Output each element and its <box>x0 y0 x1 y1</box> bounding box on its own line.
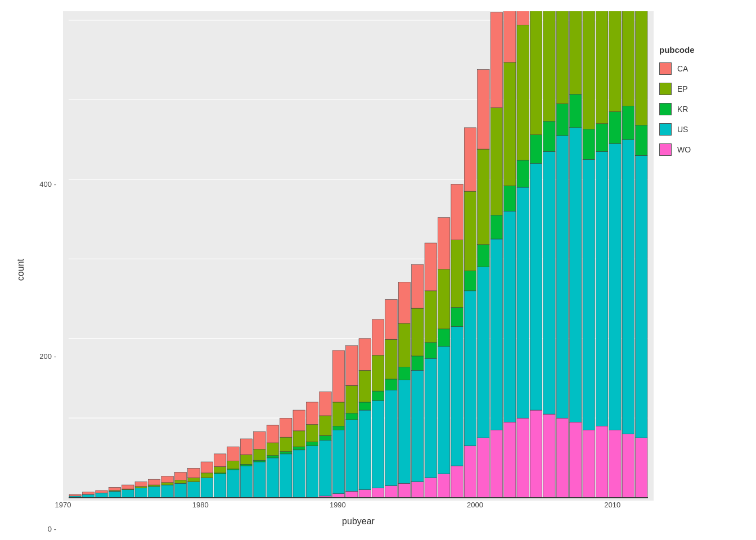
svg-rect-157 <box>543 122 555 152</box>
svg-rect-119 <box>438 218 449 269</box>
svg-rect-38 <box>214 474 226 497</box>
svg-rect-88 <box>359 370 371 402</box>
svg-rect-188 <box>622 11 634 106</box>
svg-rect-30 <box>174 480 186 484</box>
svg-rect-98 <box>385 339 397 379</box>
svg-rect-10 <box>82 494 94 498</box>
y-tick-400: 400 - <box>39 179 60 188</box>
svg-rect-110 <box>425 478 436 497</box>
svg-rect-13 <box>96 490 107 493</box>
svg-rect-51 <box>254 460 266 462</box>
svg-rect-72 <box>320 435 331 440</box>
x-axis-label: pubyear <box>342 516 375 526</box>
svg-rect-171 <box>583 159 595 430</box>
svg-rect-35 <box>201 478 213 497</box>
svg-rect-44 <box>227 461 239 469</box>
legend-swatch-ca <box>659 62 672 75</box>
bar-chart <box>63 11 654 501</box>
svg-rect-155 <box>543 414 555 498</box>
svg-rect-75 <box>332 494 344 498</box>
svg-rect-52 <box>254 449 266 460</box>
svg-rect-53 <box>254 431 266 449</box>
svg-rect-121 <box>451 327 463 466</box>
legend-swatch-ep <box>659 83 672 95</box>
x-axis-container: 19701980199020002010 pubyear <box>63 501 654 529</box>
svg-rect-193 <box>636 11 647 125</box>
svg-rect-76 <box>332 430 344 493</box>
legend-item-ca: CA <box>659 62 691 75</box>
svg-rect-153 <box>530 11 542 135</box>
svg-rect-132 <box>478 245 489 267</box>
plot-with-axes: 0 -200 -400 - 19701980199020002010 <box>29 11 654 529</box>
svg-rect-113 <box>425 291 436 343</box>
svg-rect-115 <box>438 474 449 497</box>
svg-rect-34 <box>188 468 200 478</box>
legend-item-kr: KR <box>659 103 691 115</box>
svg-rect-177 <box>596 124 608 152</box>
svg-rect-118 <box>438 269 449 329</box>
svg-rect-139 <box>490 12 502 108</box>
legend-item-us: US <box>659 123 691 136</box>
svg-rect-27 <box>161 483 173 485</box>
svg-rect-97 <box>385 379 397 390</box>
svg-rect-140 <box>504 422 516 497</box>
svg-rect-23 <box>148 487 160 498</box>
svg-rect-149 <box>517 11 529 25</box>
svg-rect-84 <box>346 346 358 386</box>
svg-rect-135 <box>490 430 502 497</box>
svg-rect-166 <box>570 128 582 422</box>
svg-rect-170 <box>583 430 595 497</box>
svg-rect-102 <box>398 367 410 380</box>
svg-rect-122 <box>451 308 463 327</box>
svg-rect-120 <box>451 466 463 498</box>
svg-rect-162 <box>556 104 568 136</box>
svg-rect-131 <box>478 267 489 438</box>
legend-swatch-us <box>659 123 672 136</box>
legend-item-ep: EP <box>659 83 691 95</box>
legend-title: pubcode <box>659 45 695 55</box>
svg-rect-9 <box>69 494 81 496</box>
svg-rect-165 <box>570 422 582 497</box>
svg-rect-80 <box>346 491 358 497</box>
svg-rect-37 <box>201 462 213 473</box>
svg-rect-69 <box>306 402 318 425</box>
svg-rect-192 <box>636 125 647 156</box>
svg-rect-161 <box>556 136 568 418</box>
svg-rect-134 <box>478 70 489 149</box>
legend-label-ca: CA <box>677 64 688 73</box>
svg-rect-12 <box>96 493 107 497</box>
svg-rect-26 <box>161 485 173 498</box>
svg-rect-172 <box>583 129 595 160</box>
svg-rect-191 <box>636 155 647 438</box>
svg-rect-81 <box>346 420 358 491</box>
y-tick-200: 200 - <box>39 352 60 361</box>
y-axis-container: 0 -200 -400 - <box>29 11 63 529</box>
legend-swatch-kr <box>659 103 672 115</box>
plot-svg-container <box>63 11 654 501</box>
svg-rect-41 <box>214 454 226 467</box>
svg-rect-126 <box>464 291 476 446</box>
svg-rect-156 <box>543 151 555 414</box>
svg-rect-40 <box>214 467 226 473</box>
svg-rect-142 <box>504 186 516 211</box>
svg-rect-168 <box>570 11 582 94</box>
svg-rect-114 <box>425 243 436 291</box>
svg-rect-130 <box>478 438 489 498</box>
svg-rect-108 <box>412 308 424 356</box>
legend-label-kr: KR <box>677 105 688 114</box>
svg-rect-150 <box>530 410 542 498</box>
chart-area: 0 -200 -400 - 19701980199020002010 <box>29 11 654 529</box>
svg-rect-64 <box>293 431 305 447</box>
svg-rect-65 <box>293 410 305 431</box>
svg-rect-137 <box>490 215 502 239</box>
svg-rect-180 <box>609 430 621 497</box>
svg-rect-36 <box>201 473 213 478</box>
svg-rect-127 <box>464 271 476 291</box>
svg-rect-144 <box>504 11 516 62</box>
x-tick-2010: 2010 <box>604 501 620 509</box>
svg-rect-90 <box>372 488 384 498</box>
svg-rect-163 <box>556 11 568 104</box>
svg-rect-148 <box>517 25 529 160</box>
x-ticks-row: 19701980199020002010 <box>63 501 654 514</box>
svg-rect-74 <box>320 392 331 416</box>
